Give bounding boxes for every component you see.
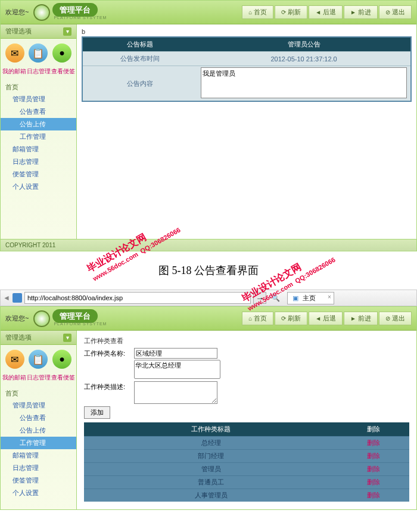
tab-strip: ▣ 主页 ×: [287, 292, 334, 304]
quick-notes[interactable]: 查看便签: [51, 67, 75, 76]
mailbox-icon[interactable]: ✉: [5, 43, 24, 63]
nav-exit[interactable]: ⊘退出: [379, 312, 412, 325]
logo-icon: [33, 310, 50, 327]
name-input[interactable]: [134, 348, 217, 359]
logo-icon: [33, 4, 50, 21]
url-bar[interactable]: [24, 292, 251, 304]
nav-forward[interactable]: ►前进: [344, 5, 378, 19]
exit-icon: ⊘: [385, 315, 390, 322]
menu-item[interactable]: 公告查看: [1, 412, 76, 424]
quick-mailbox[interactable]: 我的邮箱: [2, 374, 26, 382]
announcement-textarea[interactable]: 我是管理员: [201, 67, 407, 98]
browser-app-icon: [13, 293, 22, 303]
home-icon: ⌂: [248, 315, 252, 322]
desc-label: 工作种类描述:: [84, 381, 132, 391]
collapse-icon[interactable]: ▾: [63, 27, 71, 36]
td-content-label: 公告内容: [82, 66, 197, 102]
quick-notes[interactable]: 查看便签: [51, 374, 75, 382]
nav-forward[interactable]: ►前进: [344, 312, 378, 325]
name-select[interactable]: 华北大区总经理: [134, 360, 220, 379]
menu-item[interactable]: 公告查看: [1, 105, 76, 118]
menu-item[interactable]: 日志管理: [1, 462, 76, 474]
content-area: b 公告标题 管理员公告 公告发布时间 2012-05-10 21:37:12.…: [77, 24, 416, 239]
menu-item[interactable]: 日志管理: [1, 155, 76, 168]
add-button[interactable]: 添加: [84, 406, 110, 419]
table-row: 普通员工删除: [84, 476, 409, 489]
nav-refresh[interactable]: ⟳刷新: [275, 312, 307, 325]
notes-icon[interactable]: ●: [52, 43, 71, 63]
menu-item[interactable]: 工作管理: [1, 437, 76, 449]
sidebar-title: 管理选项: [5, 27, 32, 36]
tab-close-icon[interactable]: ×: [328, 294, 331, 300]
quick-log[interactable]: 日志管理: [27, 374, 51, 382]
menu-item[interactable]: 个人设置: [1, 487, 76, 499]
td-publish-value: 2012-05-10 21:37:12.0: [197, 52, 411, 66]
browser-back-icon[interactable]: ◄: [3, 294, 10, 302]
app-header: 欢迎您~ 管理平台 PLATFORM SYSYTEM ⌂首页 ⟳刷新 ◄后退 ►…: [1, 307, 416, 331]
nav-exit[interactable]: ⊘退出: [379, 5, 412, 19]
go-button[interactable]: →: [253, 292, 266, 304]
platform-subtitle: PLATFORM SYSYTEM: [54, 322, 107, 326]
menu-item[interactable]: 管理员管理: [1, 93, 76, 105]
select-option[interactable]: 华北大区总经理: [135, 360, 220, 371]
browser-tab[interactable]: ▣ 主页 ×: [287, 292, 334, 304]
menu-item[interactable]: 便签管理: [1, 168, 76, 181]
search-icon[interactable]: 🔍: [271, 294, 280, 302]
quick-labels: 我的邮箱 日志管理 查看便签: [1, 374, 76, 385]
footer: COPYRIGHT 2011: [1, 239, 416, 251]
quick-mailbox[interactable]: 我的邮箱: [2, 67, 26, 76]
browser-toolbar: ◄ → 🔍 ▣ 主页 ×: [0, 290, 417, 306]
desc-textarea[interactable]: [134, 381, 217, 404]
content-area: 工作种类查看 工作种类名称: 华北大区总经理 工作种类描述:: [77, 331, 416, 509]
quick-log[interactable]: 日志管理: [27, 67, 51, 76]
log-icon[interactable]: 📋: [29, 350, 48, 369]
figure-caption: 图 5-18 公告查看界面: [0, 251, 417, 290]
nav-refresh[interactable]: ⟳刷新: [275, 5, 307, 19]
list-th-delete: 删除: [338, 422, 409, 437]
nav-bar: ⌂首页 ⟳刷新 ◄后退 ►前进 ⊘退出: [242, 312, 412, 325]
menu-item[interactable]: 便签管理: [1, 474, 76, 487]
log-icon[interactable]: 📋: [29, 43, 48, 63]
delete-link[interactable]: 删除: [338, 463, 409, 476]
list-th-title: 工作种类标题: [84, 422, 338, 437]
exit-icon: ⊘: [385, 9, 390, 15]
sidebar: 管理选项 ▾ ✉ 📋 ● 我的邮箱 日志管理 查看便签 首页 管理员管理公告查看…: [1, 24, 77, 239]
nav-back[interactable]: ◄后退: [309, 5, 343, 19]
menu-item[interactable]: 公告上传: [1, 424, 76, 437]
welcome-text: 欢迎您~: [5, 314, 29, 323]
row-title: 管理员: [84, 463, 338, 476]
menu-item[interactable]: 邮箱管理: [1, 143, 76, 155]
sidebar-title: 管理选项: [5, 333, 32, 342]
nav-home[interactable]: ⌂首页: [242, 312, 273, 325]
menu-item[interactable]: 工作管理: [1, 130, 76, 143]
delete-link[interactable]: 删除: [338, 437, 409, 450]
td-content-cell: 我是管理员: [197, 66, 411, 102]
quick-icons: ✉ 📋 ●: [1, 345, 76, 374]
td-publish-label: 公告发布时间: [82, 52, 197, 66]
menu-item[interactable]: 管理员管理: [1, 399, 76, 412]
notes-icon[interactable]: ●: [52, 350, 71, 369]
menu-root[interactable]: 首页: [1, 82, 76, 93]
collapse-icon[interactable]: ▾: [63, 334, 71, 342]
th-admin: 管理员公告: [197, 37, 411, 52]
menu-item[interactable]: 个人设置: [1, 181, 76, 193]
platform-title: 管理平台: [52, 3, 98, 17]
table-row: 部门经理删除: [84, 450, 409, 463]
mailbox-icon[interactable]: ✉: [5, 350, 24, 369]
nav-home[interactable]: ⌂首页: [242, 5, 273, 19]
refresh-icon: ⟳: [281, 9, 286, 15]
nav-back[interactable]: ◄后退: [309, 312, 343, 325]
row-title: 部门经理: [84, 450, 338, 463]
forward-icon: ►: [350, 9, 356, 15]
content-top-label: b: [82, 27, 412, 36]
delete-link[interactable]: 删除: [338, 489, 409, 502]
tab-title: 主页: [303, 294, 316, 301]
table-row: 管理员删除: [84, 463, 409, 476]
delete-link[interactable]: 删除: [338, 476, 409, 489]
row-title: 人事管理员: [84, 489, 338, 502]
delete-link[interactable]: 删除: [338, 450, 409, 463]
menu-root[interactable]: 首页: [1, 388, 76, 399]
menu-item[interactable]: 公告上传: [1, 118, 76, 130]
refresh-icon: ⟳: [281, 315, 286, 322]
menu-item[interactable]: 邮箱管理: [1, 449, 76, 462]
